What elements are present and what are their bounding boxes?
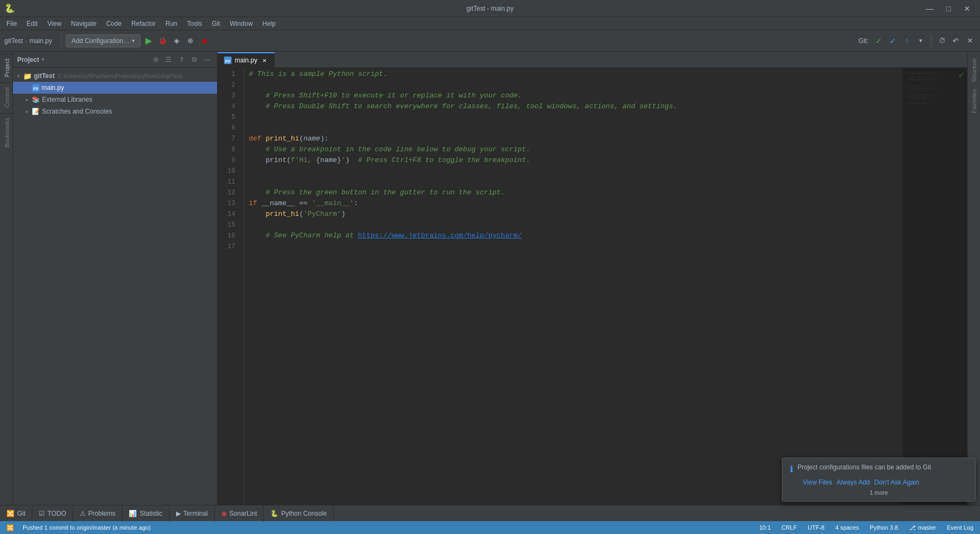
indent-settings[interactable]: 4 spaces [833,524,861,531]
line-num-2: 2 [218,80,240,90]
menu-item-refactor[interactable]: Refactor [127,19,160,29]
menu-item-code[interactable]: Code [102,19,126,29]
cursor-position[interactable]: 10:1 [757,524,773,531]
coverage-button[interactable]: ◈ [171,35,183,47]
menu-item-view[interactable]: View [43,19,66,29]
breadcrumb: gitTest › main.py [4,37,52,45]
python-version[interactable]: Python 3.8 [867,524,900,531]
file-name-main-py: main.py [41,84,64,92]
always-add-link[interactable]: Always Add [836,479,870,486]
menu-item-window[interactable]: Window [226,19,257,29]
title-bar-left: 🐍 [4,3,15,13]
notification-actions: View Files Always Add Don't Ask Again [790,479,968,486]
left-label-commit[interactable]: Commit [0,82,12,112]
collapse-all-button[interactable]: ☰ [163,54,174,65]
line-num-3: 3 [218,90,240,101]
stop-button[interactable]: ■ [199,35,211,47]
status-bar-right: 10:1 CRLF UTF-8 4 spaces Python 3.8 ⎇ ma… [757,524,976,531]
app-icon: 🐍 [4,3,15,13]
menu-item-tools[interactable]: Tools [183,19,206,29]
menu-item-git[interactable]: Git [207,19,224,29]
bottom-tab-sonarqube[interactable]: ◉ SonarLint [215,505,264,522]
git-checkmark-blue[interactable]: ✓ [887,35,899,47]
one-more-button[interactable]: 1 more [790,489,968,496]
expand-button[interactable]: ⇑ [176,54,187,65]
bottom-tab-problems[interactable]: ⚠ Problems [73,505,123,522]
bottom-tab-todo[interactable]: ☑ TODO [32,505,73,522]
menu-item-run[interactable]: Run [161,19,181,29]
menu-item-navigate[interactable]: Navigate [67,19,101,29]
dont-ask-again-link[interactable]: Don't Ask Again [874,479,920,486]
bottom-tab-git[interactable]: 🔀 Git [0,505,32,522]
code-line-2 [249,80,898,90]
git-history-icon[interactable]: ⏱ [936,35,948,47]
bottom-tab-terminal[interactable]: ▶ Terminal [170,505,215,522]
git-push-icon[interactable]: ↑ [901,35,913,47]
project-dropdown-icon[interactable]: ▾ [41,56,45,63]
git-label: Git: [858,37,869,45]
statistic-tab-icon: 📊 [129,510,137,517]
root-name: gitTest [34,72,54,80]
editor-area: py main.py ✕ 1 2 3 4 5 6 7 8 9⬤ 10 11 12… [218,52,967,505]
code-line-6 [249,123,898,134]
menu-item-file[interactable]: File [2,19,21,29]
left-panel-labels: Project Commit Bookmarks [0,52,13,505]
menu-item-edit[interactable]: Edit [22,19,42,29]
maximize-button[interactable]: □ [941,3,956,14]
scope-button[interactable]: ⊕ [150,54,161,65]
file-breadcrumb[interactable]: main.py [30,37,52,45]
line-num-8: 8 [218,144,240,155]
left-label-project[interactable]: Project [0,54,12,81]
todo-tab-icon: ☑ [39,510,45,517]
project-panel-title: Project [17,56,39,64]
tree-item-scratches[interactable]: ▸ 📝 Scratches and Consoles [13,106,217,117]
git-status-icon: 🔀 [6,524,14,531]
right-label-structure[interactable]: Structure [970,56,978,85]
indent-text: 4 spaces [835,524,859,531]
git-settings-icon[interactable]: ✕ [964,35,976,47]
tree-root[interactable]: ▾ 📁 gitTest C:\Users\zyf\PycharmProjects… [13,70,217,82]
editor-tab-main-py[interactable]: py main.py ✕ [218,52,275,67]
code-content[interactable]: # This is a sample Python script. # Pres… [244,68,902,505]
git-undo-icon[interactable]: ↶ [950,35,962,47]
menu-bar: File Edit View Navigate Code Refactor Ru… [0,17,980,30]
branch-name: master [918,524,936,531]
close-button[interactable]: ✕ [958,3,976,14]
pushed-status[interactable]: Pushed 1 commit to origin/master (a minu… [20,524,153,531]
project-breadcrumb[interactable]: gitTest [4,37,23,45]
ext-libs-label: External Libraries [42,96,92,103]
line-ending[interactable]: CRLF [779,524,799,531]
menu-item-help[interactable]: Help [258,19,280,29]
code-editor[interactable]: 1 2 3 4 5 6 7 8 9⬤ 10 11 12 13▶ 14 15 16… [218,68,967,505]
terminal-tab-label: Terminal [184,510,208,517]
git-branch[interactable]: ⎇ master [907,524,939,531]
minimize-button[interactable]: — [921,3,939,14]
minimize-panel-button[interactable]: — [202,54,213,65]
code-line-15 [249,220,898,230]
bottom-tab-python-console[interactable]: 🐍 Python Console [264,505,334,522]
git-checkmark-green[interactable]: ✓ [873,35,885,47]
event-log[interactable]: Event Log [944,524,976,531]
right-label-favorites[interactable]: Favorites [970,87,978,115]
line-num-10: 10 [218,166,240,177]
debug-button[interactable]: 🐞 [157,35,169,47]
encoding[interactable]: UTF-8 [806,524,827,531]
add-configuration-button[interactable]: Add Configuration… ▾ [66,34,141,47]
tree-item-external-libs[interactable]: ▸ 📚 External Libraries [13,94,217,106]
run-button[interactable]: ▶ [143,35,155,47]
project-settings-button[interactable]: ⚙ [189,54,200,65]
left-label-bookmarks[interactable]: Bookmarks [0,113,12,152]
git-tab-label: Git [17,510,25,517]
view-files-link[interactable]: View Files [803,479,832,486]
tree-item-main-py[interactable]: py main.py [13,82,217,94]
title-bar-center: gitTest - main.py [466,5,513,12]
scratches-arrow: ▸ [24,108,30,115]
git-status-icon-btn[interactable]: 🔀 [4,524,16,531]
main-content: Project Commit Bookmarks Project ▾ ⊕ ☰ ⇑… [0,52,980,505]
project-panel: Project ▾ ⊕ ☰ ⇑ ⚙ — ▾ 📁 gitTest C:\Users… [13,52,218,505]
git-dropdown-icon[interactable]: ▾ [915,35,927,47]
bottom-tab-statistic[interactable]: 📊 Statistic [122,505,169,522]
line-num-11: 11 [218,177,240,187]
profile-button[interactable]: ⊕ [185,35,197,47]
tab-close-button[interactable]: ✕ [261,57,268,64]
